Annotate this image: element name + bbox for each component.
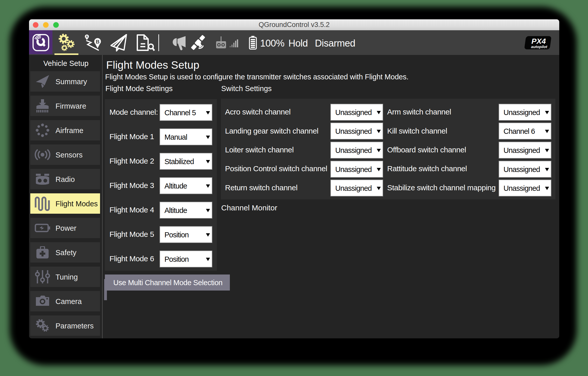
svg-text:autopilot: autopilot <box>531 45 547 49</box>
svg-text:A: A <box>86 35 88 38</box>
svg-text:B: B <box>96 39 100 45</box>
svg-text:PX4: PX4 <box>531 37 546 45</box>
